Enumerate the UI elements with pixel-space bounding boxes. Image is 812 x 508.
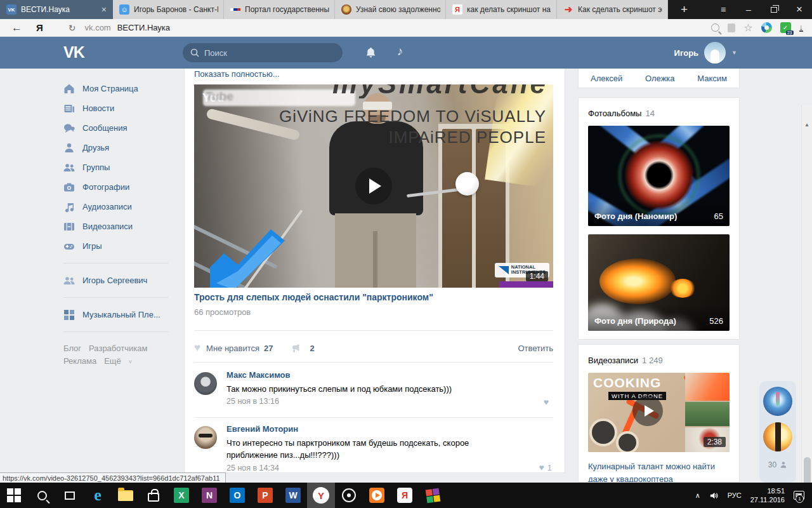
file-explorer-icon[interactable] <box>112 483 140 508</box>
sidebar-item-audio[interactable]: Аудиозаписи <box>63 197 184 217</box>
adguard-extension-icon[interactable]: ✓23 <box>780 22 791 33</box>
notifications-bell-icon[interactable] <box>365 46 377 59</box>
taskbar-search-icon[interactable] <box>28 483 56 508</box>
online-friend-avatar[interactable] <box>763 387 792 416</box>
minimize-button[interactable]: – <box>736 0 761 19</box>
sidebar-item-photos[interactable]: Фотографии <box>63 177 184 197</box>
search-input[interactable] <box>204 48 325 58</box>
sidebar-item-music-app[interactable]: Музыкальный Пле... <box>63 305 184 324</box>
yandex-browser-icon[interactable]: Y <box>307 483 335 508</box>
tab-igor-baronov[interactable]: ☺ Игорь Баронов - Санкт-Пе <box>113 0 224 19</box>
search-icon <box>190 48 199 57</box>
sidebar-item-my-page[interactable]: Моя Страница <box>63 79 184 98</box>
tab-screenshot-howto[interactable]: ➜ Как сделать скриншот экр <box>557 0 668 19</box>
overlay-line: IMPAiRED PEOPLE <box>279 127 546 148</box>
footer-link-blog[interactable]: Блог <box>63 344 81 353</box>
vk-logo[interactable]: VK <box>63 43 84 62</box>
media-play-app-icon[interactable] <box>363 483 391 508</box>
albums-header[interactable]: Фотоальбомы14 <box>579 98 739 126</box>
show-full-link[interactable]: Показать полностью... <box>194 69 280 79</box>
tab-screenshot-search[interactable]: Я как делать скриншот на ви <box>446 0 557 19</box>
download-icon[interactable]: ↓ <box>799 23 804 32</box>
sidebar-item-groups[interactable]: Группы <box>63 157 184 177</box>
reply-link[interactable]: Ответить <box>518 344 553 353</box>
action-center-icon[interactable]: 1 <box>794 491 804 500</box>
url-page-title[interactable]: ВЕСТИ.Наука <box>117 23 170 32</box>
friend-link[interactable]: Максим <box>697 74 727 83</box>
user-menu[interactable]: Игорь ▼ <box>674 42 737 64</box>
onenote-icon[interactable]: N <box>195 483 223 508</box>
comment-like-button[interactable]: ♥ <box>544 397 552 407</box>
tab-title: как делать скриншот на ви <box>467 5 551 14</box>
tray-clock[interactable]: 18:51 27.11.2016 <box>750 486 785 504</box>
sidebar-item-videos[interactable]: Видеозаписи <box>63 217 184 236</box>
browser-menu-icon[interactable]: ≡ <box>710 0 736 19</box>
play-button[interactable] <box>632 396 663 426</box>
video-title-link[interactable]: Трость для слепых людей оснастили "паркт… <box>194 292 433 302</box>
sidebar-item-igor-sergeevich[interactable]: Игорь Сергеевич <box>63 271 184 290</box>
url-domain[interactable]: vk.com <box>85 23 111 32</box>
online-count-row[interactable]: 30 <box>759 460 796 469</box>
avatar[interactable] <box>194 372 217 395</box>
friend-link[interactable]: Олежка <box>645 74 675 83</box>
play-button[interactable] <box>355 168 392 204</box>
reload-icon[interactable]: ↻ <box>60 23 85 33</box>
back-icon[interactable]: ← <box>0 22 32 34</box>
tab-gosuslugi[interactable]: Портал государственных у <box>224 0 335 19</box>
footer-link-dev[interactable]: Разработчикам <box>89 344 147 353</box>
bookmark-star-icon[interactable]: ☆ <box>743 22 752 34</box>
avatar[interactable] <box>194 426 217 449</box>
task-view-icon[interactable] <box>56 483 84 508</box>
videos-header[interactable]: Видеозаписи1 249 <box>579 345 739 373</box>
friend-link[interactable]: Алексей <box>591 74 622 83</box>
album-nanoworld[interactable]: Фото дня (Наномир)65 <box>588 126 730 226</box>
outlook-icon[interactable]: O <box>223 483 251 508</box>
youtube-watermark: YouTube <box>202 91 224 105</box>
video-player[interactable]: YouTube mySmartCane GiViNG FREEDOM TO Vi… <box>194 84 553 288</box>
close-button[interactable]: × <box>787 0 812 19</box>
footer-link-ads[interactable]: Реклама <box>63 356 96 366</box>
video-caption-link[interactable]: Кулинарный талант можно найти даже у ква… <box>579 460 739 483</box>
language-indicator[interactable]: РУС <box>728 491 742 499</box>
sidebar-item-games[interactable]: Игры <box>63 236 184 256</box>
scroll-up-icon[interactable]: ▲ <box>804 122 809 128</box>
tab-close-icon[interactable]: × <box>100 4 108 15</box>
share-button[interactable]: 2 <box>291 344 315 353</box>
online-friend-avatar[interactable] <box>763 422 792 451</box>
extension-icon[interactable] <box>761 22 772 33</box>
sidebar-item-news[interactable]: Новости <box>63 98 184 118</box>
yandex-logo[interactable]: Я <box>32 22 60 33</box>
album-nature[interactable]: Фото дня (Природа)526 <box>588 234 730 331</box>
footer-link-more[interactable]: Ещё <box>104 356 121 366</box>
videos-count: 1 249 <box>642 356 663 365</box>
powerpoint-icon[interactable]: P <box>251 483 279 508</box>
heart-icon[interactable]: ♥ <box>194 342 200 354</box>
word-icon[interactable]: W <box>279 483 307 508</box>
media-circle-icon[interactable] <box>335 483 363 508</box>
sidebar-item-messages[interactable]: Сообщения <box>63 118 184 138</box>
comment-author-link[interactable]: Евгений Моторин <box>226 424 298 434</box>
new-tab-button[interactable]: + <box>672 0 697 19</box>
sidebar-item-friends[interactable]: Друзья <box>63 138 184 157</box>
tray-chevron-up-icon[interactable]: ∧ <box>695 491 700 500</box>
comment-author-link[interactable]: Макс Максимов <box>226 370 291 380</box>
yandex-app-icon[interactable]: Я <box>391 483 419 508</box>
maximize-button[interactable] <box>761 0 787 19</box>
video-thumbnail-cooking[interactable]: COOKING WITH A DRONE 2:38 <box>588 373 730 452</box>
volume-icon[interactable] <box>709 491 719 500</box>
search-box[interactable] <box>183 43 343 62</box>
page-mode-icon[interactable] <box>728 23 735 32</box>
zoom-icon[interactable] <box>711 23 719 32</box>
excel-icon[interactable]: X <box>167 483 195 508</box>
tab-vk-active[interactable]: VK ВЕСТИ.Наука × <box>0 0 113 19</box>
overlay-line: GiViNG FREEDOM TO ViSUALLY <box>279 106 546 127</box>
music-icon[interactable]: ♪ <box>397 44 403 58</box>
scrollbar[interactable]: ▲ ▼ <box>801 105 812 508</box>
start-button[interactable] <box>0 483 28 508</box>
comment-like-button[interactable]: ♥1 <box>539 462 552 472</box>
like-label[interactable]: Мне нравится <box>206 344 259 353</box>
edge-icon[interactable]: e <box>84 483 112 508</box>
windows-store-icon[interactable] <box>140 483 167 508</box>
tab-debts[interactable]: Узнай свою задолженност <box>335 0 446 19</box>
photo-collage-app-icon[interactable] <box>419 483 447 508</box>
